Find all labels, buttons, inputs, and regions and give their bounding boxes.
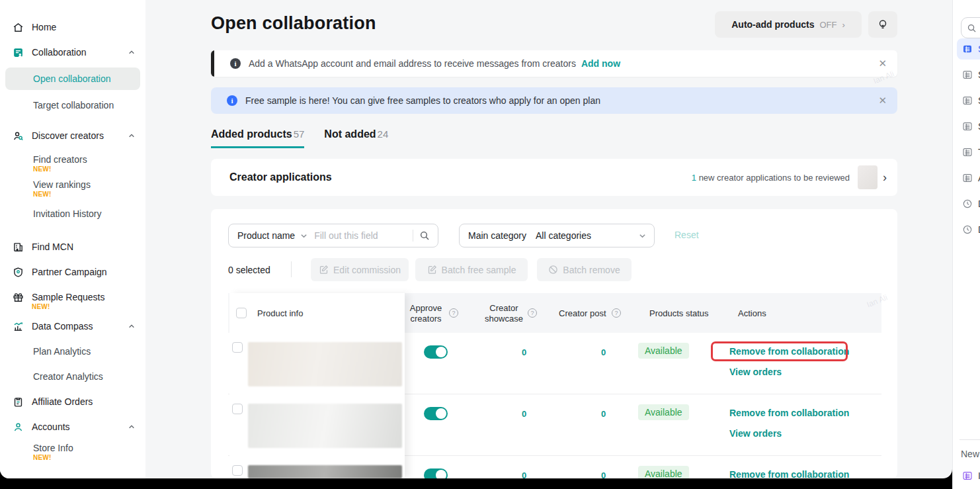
new-badge: NEW!: [33, 454, 145, 461]
panel-item[interactable]: I: [957, 465, 980, 486]
notice-text: new creator applications to be reviewed: [696, 173, 850, 183]
search-icon[interactable]: [419, 230, 430, 241]
row-checkbox[interactable]: [232, 404, 243, 414]
auto-add-products-button[interactable]: Auto-add products OFF ›: [715, 11, 862, 38]
tips-button[interactable]: [868, 11, 897, 38]
creator-showcase-value: 0: [522, 409, 526, 419]
panel-item[interactable]: T: [957, 142, 980, 163]
panel-new-label: New: [961, 449, 979, 459]
panel-item[interactable]: S: [957, 116, 980, 137]
add-now-link[interactable]: Add now: [581, 58, 620, 69]
person-icon: [12, 421, 24, 433]
filter-field-label[interactable]: Product name: [237, 230, 295, 241]
view-orders-link[interactable]: View orders: [729, 428, 782, 439]
batch-free-sample-button[interactable]: Batch free sample: [415, 258, 528, 281]
sidebar-item-invitation-history[interactable]: Invitation History: [0, 201, 145, 226]
row-checkbox[interactable]: [232, 342, 243, 353]
sidebar-item-accounts[interactable]: Accounts: [0, 414, 145, 439]
tab-added-products[interactable]: Added products 57: [211, 128, 304, 148]
creator-showcase-value: 0: [522, 347, 526, 357]
chevron-down-icon[interactable]: [300, 232, 307, 240]
sidebar-item-collaboration[interactable]: Collaboration: [0, 40, 145, 65]
approve-creators-toggle[interactable]: [424, 407, 448, 420]
sidebar-item-plan-analytics[interactable]: Plan Analytics: [0, 339, 145, 364]
chevron-right-icon[interactable]: ›: [883, 171, 887, 185]
chevron-up-icon: [128, 132, 135, 139]
row-checkbox[interactable]: [232, 465, 243, 476]
panel-item[interactable]: S: [957, 64, 980, 85]
sidebar-item-find-creators[interactable]: Find creators NEW!: [0, 151, 145, 176]
creator-showcase-value: 0: [522, 470, 526, 478]
auto-add-label: Auto-add products: [731, 19, 814, 30]
view-orders-link[interactable]: View orders: [729, 367, 782, 377]
sidebar-item-data-compass[interactable]: Data Compass: [0, 314, 145, 339]
batch-remove-button[interactable]: Batch remove: [537, 258, 632, 281]
close-icon[interactable]: ✕: [878, 95, 887, 107]
edit-commission-button[interactable]: Edit commission: [311, 258, 409, 281]
help-icon[interactable]: ?: [449, 308, 458, 318]
tab-count: 57: [294, 128, 305, 140]
panel-item[interactable]: S: [957, 38, 980, 60]
notice-count: 1: [692, 173, 696, 183]
sidebar-item-label: Sample Requests: [32, 292, 135, 302]
applications-notice: 1 new creator applications to be reviewe…: [692, 173, 850, 183]
panel-item[interactable]: S: [957, 90, 980, 111]
sidebar-item-target-collaboration[interactable]: Target collaboration: [0, 93, 145, 118]
sidebar-item-label: Accounts: [32, 422, 120, 432]
remove-from-collaboration-link[interactable]: Remove from collaboration: [729, 469, 849, 478]
product-name-filter[interactable]: Product name Fill out this field: [228, 224, 438, 247]
panel-item[interactable]: A: [957, 167, 980, 189]
creator-applications-card[interactable]: Creator applications 1 new creator appli…: [211, 159, 897, 196]
banner-text: Free sample is here! You can give free s…: [245, 95, 600, 106]
chevron-down-icon[interactable]: [639, 232, 646, 240]
sidebar-item-label: Plan Analytics: [33, 346, 145, 357]
sidebar-item-store-info[interactable]: Store Info NEW!: [0, 439, 145, 465]
person-search-icon: [12, 130, 24, 142]
approve-creators-toggle[interactable]: [424, 468, 448, 478]
main-category-value[interactable]: All categories: [536, 230, 591, 241]
sidebar: Home Collaboration Open collaboration Ta…: [0, 0, 145, 478]
sidebar-item-affiliate-orders[interactable]: Affiliate Orders: [0, 389, 145, 414]
reset-button[interactable]: Reset: [674, 230, 699, 240]
help-icon[interactable]: ?: [528, 308, 537, 318]
col-products-status: Products status: [649, 308, 709, 319]
sidebar-item-label: Open collaboration: [33, 73, 140, 84]
sidebar-item-sample-requests[interactable]: Sample Requests NEW!: [0, 285, 145, 310]
table-icon: [962, 147, 973, 157]
product-image: [248, 342, 402, 386]
creator-applications-title: Creator applications: [229, 171, 332, 183]
sidebar-item-view-rankings[interactable]: View rankings NEW!: [0, 176, 145, 201]
sidebar-item-home[interactable]: Home: [0, 15, 145, 40]
help-icon[interactable]: ?: [612, 308, 621, 318]
select-all-checkbox[interactable]: [236, 308, 247, 318]
sidebar-item-discover-creators[interactable]: Discover creators: [0, 123, 145, 148]
home-icon: [12, 21, 24, 33]
panel-search-input[interactable]: [961, 17, 980, 38]
clipboard-icon: [12, 396, 24, 408]
sidebar-item-label: Store Info: [33, 443, 145, 453]
remove-from-collaboration-link[interactable]: Remove from collaboration: [729, 346, 849, 357]
sidebar-item-open-collaboration[interactable]: Open collaboration: [5, 67, 140, 90]
tab-count: 24: [378, 128, 389, 140]
close-icon[interactable]: ✕: [878, 58, 887, 69]
main-category-filter[interactable]: Main category All categories: [459, 224, 655, 247]
lightbulb-icon: [877, 19, 889, 30]
tab-not-added[interactable]: Not added 24: [324, 128, 388, 148]
panel-item[interactable]: D: [957, 219, 980, 240]
sidebar-item-label: View rankings: [33, 179, 145, 190]
col-creator-showcase: Creatorshowcase: [483, 303, 525, 324]
sidebar-item-label: Discover creators: [32, 130, 120, 141]
sidebar-item-label: Home: [32, 22, 135, 32]
sidebar-item-partner-campaign[interactable]: Partner Campaign: [0, 259, 145, 285]
remove-from-collaboration-link[interactable]: Remove from collaboration: [729, 408, 849, 418]
approve-creators-toggle[interactable]: [424, 345, 448, 359]
sidebar-item-find-mcn[interactable]: Find MCN: [0, 234, 145, 259]
tab-label: Not added: [324, 128, 376, 140]
sidebar-item-creator-analytics[interactable]: Creator Analytics: [0, 364, 145, 389]
creator-post-value: 0: [601, 347, 606, 357]
table-icon: [962, 44, 973, 54]
panel-item[interactable]: D: [957, 193, 980, 214]
table-icon-purple: [962, 470, 973, 481]
product-name-input[interactable]: Fill out this field: [314, 230, 378, 241]
sidebar-item-label: Creator Analytics: [33, 371, 145, 382]
